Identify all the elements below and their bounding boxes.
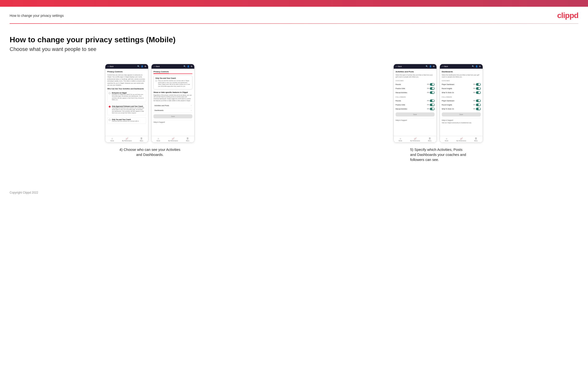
phone-body-2: Privacy Controls Only You and Your Coach… (152, 69, 194, 136)
settings-icon[interactable]: ⚙ (145, 65, 146, 67)
tab-menu-2[interactable]: ☰ Menu (186, 137, 190, 142)
tab-menu-3[interactable]: ☰ Menu (428, 137, 432, 142)
coaches-rounds-switch[interactable] (430, 83, 435, 86)
popup-only-you-coach: Only You and Your Coach Only you and the… (153, 75, 192, 89)
people-icon-3[interactable]: 👤 (429, 65, 432, 67)
search-icon[interactable]: 🔍 (137, 65, 140, 67)
save-button-3[interactable]: Save (396, 112, 435, 117)
dashboards-desc: Select the dashboards that you'd like to… (442, 74, 481, 78)
coaches-work-on-on: ON (473, 92, 475, 93)
coaches-work-on-label: What To Work On (442, 92, 454, 93)
back-button-3[interactable]: ‹ < Back (396, 66, 402, 67)
help-support-2: Help & Support (153, 120, 192, 123)
home-icon-2: ⌂ (158, 137, 159, 140)
coaches-round-insights-toggle: Round Insights ON (442, 86, 481, 91)
back-button-4[interactable]: ‹ < Back (442, 66, 448, 67)
option-only-you-label: Only You and Your Coach (112, 119, 139, 120)
back-button-2[interactable]: ‹ < Back (153, 66, 160, 67)
tab-home-3[interactable]: ⌂ Home (399, 137, 402, 142)
coaches-rounds-label: Rounds (396, 83, 401, 85)
search-icon-4[interactable]: 🔍 (472, 65, 474, 67)
chevron-left-icon-3: ‹ (396, 66, 396, 67)
home-icon-3: ⌂ (400, 137, 401, 140)
help-support-3: Help & Support (396, 118, 435, 121)
tab-bar-3: ⌂ Home 📈 My Performance ☰ Menu (394, 136, 436, 142)
chevron-dashboards: › (191, 109, 192, 111)
search-icon-3[interactable]: 🔍 (426, 65, 428, 67)
followers-round-insights-on: ON (473, 104, 475, 105)
save-button-2[interactable]: Save (153, 114, 192, 118)
nav-icons-2: 🔍 👤 ⚙ (183, 65, 192, 67)
coaches-work-on-switch[interactable] (476, 91, 481, 94)
home-icon-1: ⌂ (112, 137, 113, 140)
followers-round-insights-switch[interactable] (476, 103, 481, 106)
activities-posts-item[interactable]: Activities and Posts › (153, 103, 192, 108)
coaches-label-4: COACHES (442, 80, 481, 81)
chart-icon-1: 📈 (126, 137, 128, 140)
coaches-manual-label: Manual Activities (396, 92, 407, 93)
radio-approved[interactable] (109, 106, 111, 108)
coaches-drills-on: ON (427, 88, 429, 89)
radio-everyone[interactable] (109, 92, 111, 94)
option-everyone[interactable]: Everyone on Clippd Everyone on Clippd ca… (107, 91, 146, 102)
tab-menu-1[interactable]: ☰ Menu (140, 137, 143, 142)
option-approved[interactable]: Only Approved Followers and Your Coach O… (107, 104, 146, 116)
phone-screen-4: ‹ < Back 🔍 👤 ⚙ Dashboards Select the das… (440, 64, 483, 143)
popup-title: Only You and Your Coach (155, 77, 190, 79)
help-support-4: Help & Support (442, 118, 481, 121)
followers-rounds-switch[interactable] (430, 100, 435, 102)
tab-bar-2: ⌂ Home 📈 My Performance ☰ Menu (152, 136, 194, 142)
top-bar (0, 0, 588, 7)
tab-menu-4[interactable]: ☰ Menu (474, 137, 478, 142)
followers-drills-switch[interactable] (430, 103, 435, 106)
coaches-player-dash-switch[interactable] (476, 83, 481, 86)
coaches-round-insights-switch[interactable] (476, 87, 481, 90)
chevron-left-icon-2: ‹ (153, 66, 154, 67)
radio-only-you[interactable] (109, 119, 111, 121)
logo: clippd (557, 11, 578, 20)
screenshot-group-3-4: ‹ < Back 🔍 👤 ⚙ Activities and Posts Sele… (298, 64, 579, 162)
tab-performance-2[interactable]: 📈 My Performance (168, 137, 178, 142)
followers-player-dash-switch[interactable] (476, 100, 481, 102)
coaches-manual-on: ON (427, 92, 429, 93)
settings-icon-3[interactable]: ⚙ (433, 65, 435, 67)
people-icon-2[interactable]: 👤 (187, 65, 190, 67)
settings-icon-4[interactable]: ⚙ (479, 65, 481, 67)
tab-performance-3[interactable]: 📈 My Performance (410, 137, 420, 142)
followers-work-on-label: What To Work On (442, 108, 454, 110)
dashboards-item[interactable]: Dashboards › (153, 108, 192, 113)
coaches-work-on-toggle: What To Work On ON (442, 91, 481, 95)
followers-manual-switch[interactable] (430, 108, 435, 110)
people-icon[interactable]: 👤 (141, 65, 143, 67)
save-button-4[interactable]: Save (442, 112, 481, 117)
followers-work-on-switch[interactable] (476, 108, 481, 110)
chart-icon-2: 📈 (172, 137, 174, 140)
help-desc-4: Visit our Clippd community to troublesho… (442, 122, 481, 124)
people-icon-4[interactable]: 👤 (476, 65, 478, 67)
followers-drills-toggle: Practice Drills ON (396, 103, 435, 107)
followers-player-dash-on: ON (473, 100, 475, 101)
back-button-1[interactable]: ‹ < Back (107, 66, 113, 67)
search-icon-2[interactable]: 🔍 (183, 65, 186, 67)
tab-performance-4[interactable]: 📈 My Performance (457, 137, 466, 142)
followers-rounds-on: ON (427, 100, 429, 101)
chevron-left-icon: ‹ (107, 66, 108, 67)
nav-icons-3: 🔍 👤 ⚙ (426, 65, 435, 67)
followers-drills-on: ON (427, 104, 429, 105)
coaches-manual-switch[interactable] (430, 91, 435, 94)
tab-home-1[interactable]: ⌂ Home (110, 137, 114, 142)
option-only-you[interactable]: Only You and Your Coach Only you and the… (107, 117, 146, 124)
coaches-player-dash-label: Player Dashboard (442, 83, 454, 85)
tab-home-4[interactable]: ⌂ Home (445, 137, 449, 142)
tab-performance-1[interactable]: 📈 My Performance (122, 137, 132, 142)
tab-home-2[interactable]: ⌂ Home (156, 137, 160, 142)
header: How to change your privacy settings clip… (0, 7, 588, 23)
phone-body-1: Privacy Controls Control how you and you… (105, 69, 148, 136)
coaches-drills-toggle: Practice Drills ON (396, 86, 435, 91)
chart-icon-3: 📈 (414, 137, 416, 140)
option-everyone-desc: Everyone on Clippd can search for you an… (112, 94, 145, 101)
privacy-tab-label[interactable]: Privacy Controls (153, 71, 169, 74)
settings-icon-2[interactable]: ⚙ (191, 65, 192, 67)
activities-desc: Select the types of activity that you'd … (396, 74, 435, 78)
coaches-drills-switch[interactable] (430, 87, 435, 90)
